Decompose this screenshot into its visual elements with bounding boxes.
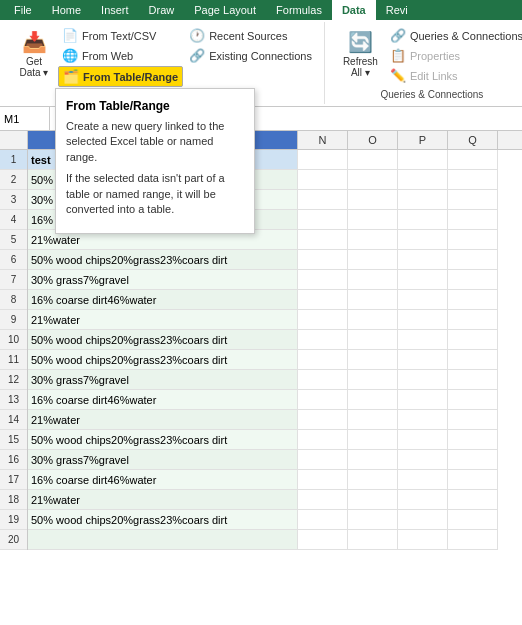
cell-col-n-11[interactable] [298,350,348,370]
cell-col-p-9[interactable] [398,310,448,330]
cell-col-q-13[interactable] [448,390,498,410]
cell-a14[interactable]: 21%water [28,410,298,430]
cell-col-o-2[interactable] [348,170,398,190]
tab-file[interactable]: File [4,0,42,20]
cell-col-p-3[interactable] [398,190,448,210]
cell-col-q-9[interactable] [448,310,498,330]
cell-a10[interactable]: 50% wood chips20%grass23%coars dirt [28,330,298,350]
cell-col-p-4[interactable] [398,210,448,230]
cell-col-o-5[interactable] [348,230,398,250]
cell-col-o-13[interactable] [348,390,398,410]
cell-col-p-11[interactable] [398,350,448,370]
cell-col-o-11[interactable] [348,350,398,370]
cell-a13[interactable]: 16% coarse dirt46%water [28,390,298,410]
cell-col-o-8[interactable] [348,290,398,310]
tab-insert[interactable]: Insert [91,0,139,20]
cell-col-o-15[interactable] [348,430,398,450]
cell-col-n-4[interactable] [298,210,348,230]
cell-col-p-20[interactable] [398,530,448,550]
cell-col-p-1[interactable] [398,150,448,170]
cell-a8[interactable]: 16% coarse dirt46%water [28,290,298,310]
tab-home[interactable]: Home [42,0,91,20]
from-web-button[interactable]: 🌐 From Web [58,46,183,65]
cell-col-n-6[interactable] [298,250,348,270]
cell-col-q-18[interactable] [448,490,498,510]
cell-a19[interactable]: 50% wood chips20%grass23%coars dirt [28,510,298,530]
cell-col-n-16[interactable] [298,450,348,470]
cell-col-q-12[interactable] [448,370,498,390]
refresh-button[interactable]: 🔄 Refresh All ▾ [337,26,384,82]
cell-col-n-10[interactable] [298,330,348,350]
cell-col-q-19[interactable] [448,510,498,530]
cell-col-o-20[interactable] [348,530,398,550]
cell-col-p-18[interactable] [398,490,448,510]
cell-col-p-17[interactable] [398,470,448,490]
cell-a7[interactable]: 30% grass7%gravel [28,270,298,290]
cell-col-p-7[interactable] [398,270,448,290]
cell-col-q-1[interactable] [448,150,498,170]
cell-a20[interactable] [28,530,298,550]
cell-col-n-19[interactable] [298,510,348,530]
cell-col-n-8[interactable] [298,290,348,310]
cell-col-q-20[interactable] [448,530,498,550]
cell-col-n-2[interactable] [298,170,348,190]
cell-a12[interactable]: 30% grass7%gravel [28,370,298,390]
cell-a18[interactable]: 21%water [28,490,298,510]
cell-col-o-1[interactable] [348,150,398,170]
existing-connections-button[interactable]: 🔗 Existing Connections [185,46,316,65]
cell-a9[interactable]: 21%water [28,310,298,330]
cell-col-o-10[interactable] [348,330,398,350]
cell-col-q-7[interactable] [448,270,498,290]
cell-col-p-12[interactable] [398,370,448,390]
cell-col-n-5[interactable] [298,230,348,250]
cell-col-q-3[interactable] [448,190,498,210]
tab-draw[interactable]: Draw [139,0,185,20]
cell-col-p-2[interactable] [398,170,448,190]
get-data-button[interactable]: 📥 Get Data ▾ [12,26,56,82]
from-table-range-button[interactable]: 🗂️ From Table/Range [58,66,183,87]
queries-connections-button[interactable]: 🔗 Queries & Connections [386,26,522,45]
cell-col-o-17[interactable] [348,470,398,490]
cell-a15[interactable]: 50% wood chips20%grass23%coars dirt [28,430,298,450]
recent-sources-button[interactable]: 🕐 Recent Sources [185,26,316,45]
cell-col-p-16[interactable] [398,450,448,470]
cell-col-o-6[interactable] [348,250,398,270]
cell-col-o-9[interactable] [348,310,398,330]
cell-col-q-17[interactable] [448,470,498,490]
cell-col-o-3[interactable] [348,190,398,210]
cell-col-q-15[interactable] [448,430,498,450]
cell-col-n-15[interactable] [298,430,348,450]
cell-col-q-11[interactable] [448,350,498,370]
from-text-csv-button[interactable]: 📄 From Text/CSV [58,26,183,45]
cell-col-p-19[interactable] [398,510,448,530]
cell-col-p-14[interactable] [398,410,448,430]
cell-col-o-16[interactable] [348,450,398,470]
cell-col-p-10[interactable] [398,330,448,350]
cell-col-n-3[interactable] [298,190,348,210]
cell-col-n-14[interactable] [298,410,348,430]
cell-col-n-20[interactable] [298,530,348,550]
cell-col-o-19[interactable] [348,510,398,530]
cell-col-n-17[interactable] [298,470,348,490]
cell-col-q-5[interactable] [448,230,498,250]
cell-col-q-14[interactable] [448,410,498,430]
cell-col-n-7[interactable] [298,270,348,290]
cell-col-q-4[interactable] [448,210,498,230]
cell-reference[interactable]: M1 [0,107,50,130]
cell-a16[interactable]: 30% grass7%gravel [28,450,298,470]
cell-col-n-18[interactable] [298,490,348,510]
cell-col-p-5[interactable] [398,230,448,250]
cell-a11[interactable]: 50% wood chips20%grass23%coars dirt [28,350,298,370]
cell-col-q-6[interactable] [448,250,498,270]
cell-col-o-12[interactable] [348,370,398,390]
tab-formulas[interactable]: Formulas [266,0,332,20]
cell-col-n-1[interactable] [298,150,348,170]
cell-col-n-12[interactable] [298,370,348,390]
edit-links-button[interactable]: ✏️ Edit Links [386,66,522,85]
cell-col-n-9[interactable] [298,310,348,330]
cell-col-o-4[interactable] [348,210,398,230]
cell-col-o-18[interactable] [348,490,398,510]
cell-col-p-8[interactable] [398,290,448,310]
tab-data[interactable]: Data [332,0,376,20]
cell-col-q-8[interactable] [448,290,498,310]
